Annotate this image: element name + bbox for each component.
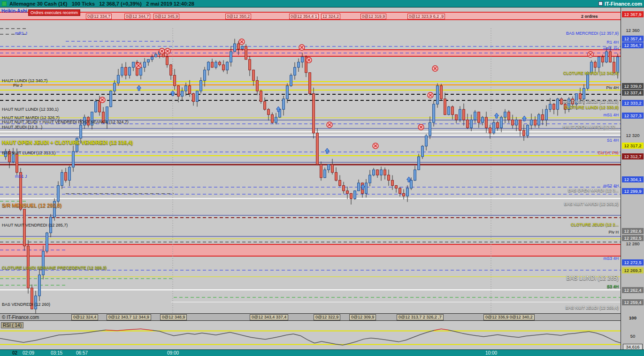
price-axis-value: 12 317,2	[622, 143, 644, 149]
executed-order-label[interactable]: 0@12 334,7	[86, 14, 112, 19]
rsi-axis: 1005034,616	[621, 313, 644, 349]
price-axis-value: 12 354,7	[622, 42, 644, 48]
rsi-threshold-lines	[0, 331, 621, 345]
instrument-title: Allemagne 30 Cash (1€) 100 Ticks 12 368,…	[9, 1, 194, 7]
price-axis-value: 12 312,7	[622, 153, 644, 159]
copyright-label: © IT-Finance.com	[2, 315, 39, 320]
executed-order-label[interactable]: 0@12 344,7	[124, 14, 150, 19]
price-axis-value: 12 360	[622, 27, 644, 33]
time-axis[interactable]: 0202:0903:1506:5709:0010:00	[0, 349, 644, 356]
order-history-label[interactable]: 0@12 343,4 337,4	[250, 314, 288, 320]
order-history-label[interactable]: 0@12 343,7 12 344,9	[107, 314, 151, 320]
trading-platform-window: { "title_bar": { "title": "Allemagne 30 …	[0, 0, 644, 356]
rsi-axis-value: 50	[622, 333, 644, 339]
title-bar: Allemagne 30 Cash (1€) 100 Ticks 12 368,…	[0, 0, 644, 8]
order-history-label[interactable]: 0@12 313,7 2 326,2 ,7	[397, 314, 444, 320]
order-history-label[interactable]: 0@12 309,9	[349, 314, 376, 320]
price-levels	[0, 29, 621, 315]
executed-order-label[interactable]: 12 324,2	[321, 14, 340, 19]
time-axis-label: 10:00	[485, 350, 497, 356]
recent-orders-button[interactable]: Ordres executes recemm	[28, 9, 80, 16]
order-history-label[interactable]: 0@12 324,4	[71, 314, 98, 320]
chart-area[interactable]	[0, 8, 621, 313]
orders-count-label: 2 ordres	[581, 14, 598, 19]
brand-area: IT-Finance.com	[598, 1, 642, 7]
executed-order-label[interactable]: 0@12 345,9	[153, 14, 179, 19]
time-axis-label: 02	[12, 350, 17, 356]
rsi-indicator-label[interactable]: RSI ( 14)	[1, 322, 23, 328]
executed-order-label[interactable]: 0@12 350,2	[225, 14, 251, 19]
price-axis-value: 12 357,4	[622, 36, 644, 42]
executed-order-label[interactable]: 0@12 354,4 1	[289, 14, 319, 19]
time-axis-label: 09:00	[167, 350, 179, 356]
bottom-orders-strip: © IT-Finance.com 0@12 324,40@12 343,7 12…	[0, 313, 621, 321]
price-axis-value: 12 282,6	[622, 228, 644, 234]
buy-signal-arrows	[137, 85, 527, 189]
executed-order-label[interactable]: 0@12 319,9	[360, 14, 386, 19]
brand-name: IT-Finance.com	[605, 1, 642, 7]
price-axis-value: 12 262,4	[622, 287, 644, 293]
price-axis-value: 12 304,1	[622, 176, 644, 182]
price-axis-value: 12 327,3	[622, 113, 644, 119]
order-history-label[interactable]: 0@12 322,9	[314, 314, 340, 320]
executed-order-label[interactable]: 0@12 323,9 6,2 ,9	[407, 14, 445, 19]
brand-icon	[598, 1, 603, 6]
order-history-label[interactable]: 0@12 336,9 0@12 340,2	[483, 314, 535, 320]
price-axis-value: 12 333,2	[622, 100, 644, 106]
time-axis-label: 03:15	[51, 350, 62, 356]
price-chart[interactable]	[0, 15, 621, 321]
rsi-axis-value: 100	[622, 315, 644, 321]
window-icon	[2, 1, 7, 6]
price-axis-value: 12 367,9	[622, 11, 644, 17]
time-axis-label: 02:09	[23, 350, 34, 356]
executed-orders-strip: 2 ordres 0@12 334,70@12 344,70@12 345,90…	[0, 12, 621, 20]
time-axis-label: 06:57	[76, 350, 88, 356]
price-axis[interactable]: 12 367,912 36012 357,412 354,712 339,012…	[621, 8, 644, 313]
price-axis-value: 12 269,3	[622, 267, 644, 273]
candlesticks	[5, 39, 619, 313]
chart-style-label: Heikin-Ashi	[1, 8, 27, 14]
price-axis-value: 12 337,4	[622, 90, 644, 96]
rsi-plot	[0, 321, 621, 349]
price-axis-value: 12 299,9	[622, 188, 644, 194]
price-axis-value: 12 320	[622, 132, 644, 138]
price-axis-value: 12 280	[622, 241, 644, 247]
price-axis-value: 12 272,5	[622, 259, 644, 265]
price-axis-value: 12 259,4	[622, 299, 644, 305]
order-history-label[interactable]: 0@12 348,9	[160, 314, 187, 320]
price-axis-value: 12 339,0	[622, 83, 644, 89]
